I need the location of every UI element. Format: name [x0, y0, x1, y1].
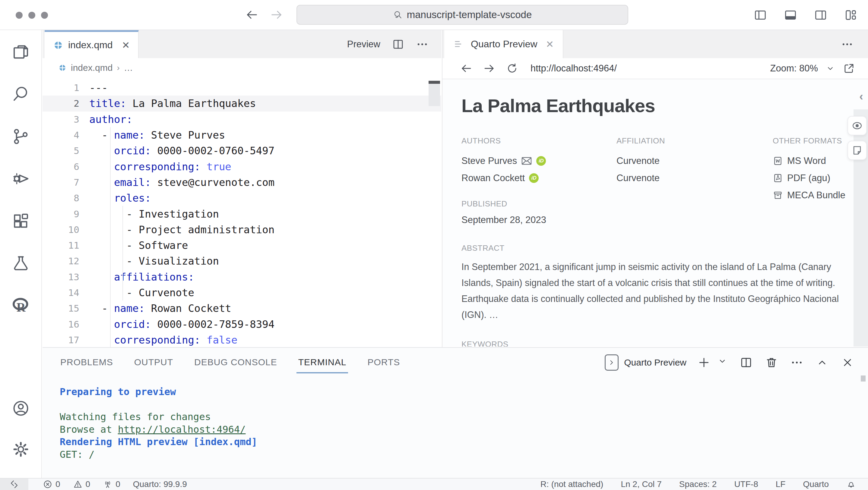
status-item-error[interactable]: 0 — [43, 480, 60, 489]
panel-tab-output[interactable]: OUTPUT — [134, 353, 174, 371]
terminal-dropdown-chevron-icon[interactable] — [717, 356, 727, 369]
line-number: 5 — [42, 145, 89, 156]
zoom-level-label[interactable]: Zoom: 80% — [770, 63, 818, 74]
orcid-icon[interactable]: iD — [536, 156, 546, 166]
notifications-bell-icon[interactable] — [846, 480, 856, 489]
code-line[interactable]: 9 - Investigation — [42, 206, 441, 222]
chevron-down-icon[interactable] — [826, 64, 835, 73]
minimize-window-button[interactable] — [28, 12, 35, 19]
status-item-quarto[interactable]: Quarto — [803, 480, 829, 489]
status-item-ln-2-col-7[interactable]: Ln 2, Col 7 — [621, 480, 661, 489]
history-forward-icon[interactable] — [270, 8, 283, 22]
command-center-search[interactable]: manuscript-template-vscode — [297, 5, 628, 25]
notes-page-icon[interactable] — [847, 141, 867, 160]
terminal-line: Watching files for changes — [60, 411, 868, 423]
code-line[interactable]: 10 - Project administration — [42, 222, 441, 237]
maximize-panel-chevron-icon[interactable] — [815, 356, 829, 369]
preview-forward-icon[interactable] — [483, 62, 496, 75]
source-control-icon[interactable] — [11, 127, 30, 146]
breadcrumb-file[interactable]: index.qmd — [71, 63, 113, 73]
terminal-session-label[interactable]: Quarto Preview — [624, 357, 686, 368]
code-line[interactable]: 4 - name: Steve Purves — [42, 127, 441, 143]
tab-quarto-preview[interactable]: Quarto Preview ✕ — [444, 30, 563, 58]
format-link-meca[interactable]: MECA Bundle — [773, 187, 845, 204]
status-item-spaces-2[interactable]: Spaces: 2 — [679, 480, 717, 489]
terminal-session-icon[interactable] — [605, 354, 619, 371]
tab-close-icon[interactable]: ✕ — [122, 39, 130, 51]
email-envelope-icon[interactable] — [521, 156, 532, 165]
toggle-secondary-sidebar-icon[interactable] — [814, 8, 828, 22]
status-item-broadcast[interactable]: 0 — [103, 480, 120, 489]
code-line[interactable]: 13 affiliations: — [42, 269, 441, 285]
code-line[interactable]: 12 - Visualization — [42, 253, 441, 269]
author-name: Rowan Cockett — [461, 173, 525, 184]
close-window-button[interactable] — [16, 12, 23, 19]
panel-tab-terminal[interactable]: TERMINAL — [298, 353, 347, 371]
editor-more-actions-icon[interactable] — [416, 38, 429, 51]
code-line[interactable]: 17 corresponding: false — [42, 332, 441, 348]
preview-tab-close-icon[interactable]: ✕ — [546, 39, 554, 50]
preview-more-actions-icon[interactable] — [841, 38, 854, 51]
zoom-window-button[interactable] — [41, 12, 48, 19]
account-icon[interactable] — [11, 399, 30, 418]
panel-tab-debug-console[interactable]: DEBUG CONSOLE — [194, 353, 278, 371]
collapse-panel-icon[interactable]: ‹ — [859, 90, 863, 103]
customize-layout-icon[interactable] — [844, 8, 858, 22]
preview-reload-icon[interactable] — [506, 62, 519, 75]
open-external-icon[interactable] — [843, 62, 855, 75]
preview-url[interactable]: http://localhost:4964/ — [530, 63, 617, 74]
explorer-icon[interactable] — [11, 43, 30, 62]
code-line[interactable]: 8 roles: — [42, 190, 441, 206]
code-line[interactable]: 3author: — [42, 111, 441, 127]
search-view-icon[interactable] — [11, 85, 30, 104]
code-text: author: — [89, 113, 132, 125]
settings-gear-icon[interactable] — [11, 440, 30, 459]
status-item-r-not-attached-[interactable]: R: (not attached) — [540, 480, 603, 489]
format-link-pdf[interactable]: PDF (agu) — [773, 169, 845, 187]
split-terminal-icon[interactable] — [740, 356, 753, 369]
panel-tab-problems[interactable]: PROBLEMS — [60, 353, 114, 371]
code-line[interactable]: 6 corresponding: true — [42, 159, 441, 174]
code-line[interactable]: 14 - Curvenote — [42, 285, 441, 300]
code-line[interactable]: 15 - name: Rowan Cockett — [42, 300, 441, 316]
run-debug-icon[interactable] — [11, 169, 30, 188]
close-panel-icon[interactable] — [841, 356, 854, 369]
code-line[interactable]: 16 orcid: 0000-0002-7859-8394 — [42, 316, 441, 332]
code-line[interactable]: 2title: La Palma Earthquakes — [42, 96, 441, 111]
testing-icon[interactable] — [11, 254, 30, 272]
code-line[interactable]: 7 email: steve@curvenote.com — [42, 174, 441, 190]
history-back-icon[interactable] — [245, 8, 259, 22]
status-item-utf-8[interactable]: UTF-8 — [734, 480, 758, 489]
status-item-lf[interactable]: LF — [776, 480, 786, 489]
code-line[interactable]: 5 orcid: 0000-0002-0760-5497 — [42, 143, 441, 159]
kill-terminal-trash-icon[interactable] — [765, 356, 778, 369]
toggle-visibility-icon[interactable] — [847, 116, 867, 135]
new-terminal-icon[interactable] — [697, 356, 711, 369]
toggle-panel-icon[interactable] — [783, 8, 798, 22]
breadcrumb-more[interactable]: … — [124, 63, 133, 73]
extensions-icon[interactable] — [11, 211, 30, 230]
panel-more-actions-icon[interactable] — [790, 356, 803, 369]
terminal-link[interactable]: http://localhost:4964/ — [118, 424, 246, 435]
code-editor[interactable]: 1---2title: La Palma Earthquakes3author:… — [42, 77, 441, 348]
terminal-scrollbar[interactable] — [861, 375, 866, 382]
toggle-primary-sidebar-icon[interactable] — [753, 8, 767, 22]
panel-tab-ports[interactable]: PORTS — [367, 353, 401, 371]
preview-back-icon[interactable] — [460, 62, 473, 75]
code-line[interactable]: 1--- — [42, 80, 441, 96]
format-link-word[interactable]: MS Word — [773, 152, 845, 169]
editor-scrollbar[interactable] — [429, 81, 440, 106]
tab-index-qmd[interactable]: index.qmd ✕ — [44, 30, 139, 58]
remote-indicator[interactable] — [0, 479, 28, 490]
status-item-quarto-99-9-9[interactable]: Quarto: 99.9.9 — [133, 480, 187, 489]
status-right-items: R: (not attached)Ln 2, Col 7Spaces: 2UTF… — [540, 479, 868, 490]
window-controls[interactable] — [16, 12, 48, 19]
orcid-icon[interactable]: iD — [529, 173, 539, 183]
terminal-toolbar: Quarto Preview — [605, 354, 854, 371]
split-editor-icon[interactable] — [392, 38, 404, 51]
status-item-warning[interactable]: 0 — [73, 480, 91, 489]
breadcrumb[interactable]: index.qmd › … — [42, 58, 441, 77]
preview-action-label[interactable]: Preview — [347, 39, 380, 50]
code-line[interactable]: 11 - Software — [42, 237, 441, 253]
r-language-icon[interactable]: R — [11, 296, 30, 315]
